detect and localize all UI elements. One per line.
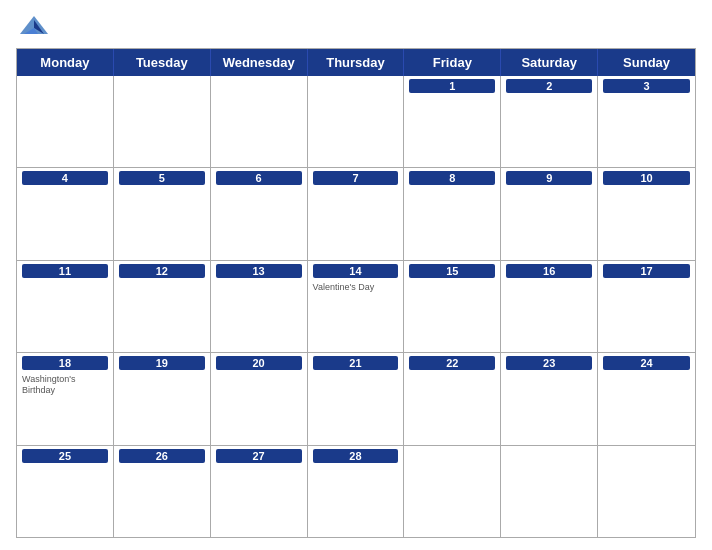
day-number: 4	[22, 171, 108, 185]
day-12: 12	[114, 261, 211, 352]
day-number: 14	[313, 264, 399, 278]
day-11: 11	[17, 261, 114, 352]
day-number: 7	[313, 171, 399, 185]
day-17: 17	[598, 261, 695, 352]
day-number: 23	[506, 356, 592, 370]
day-number: 15	[409, 264, 495, 278]
day-8: 8	[404, 168, 501, 259]
calendar-header	[16, 12, 696, 40]
day-9: 9	[501, 168, 598, 259]
day-number: 20	[216, 356, 302, 370]
day-28: 28	[308, 446, 405, 537]
day-number: 5	[119, 171, 205, 185]
day-7: 7	[308, 168, 405, 259]
day-20: 20	[211, 353, 308, 444]
day-24: 24	[598, 353, 695, 444]
day-number: 27	[216, 449, 302, 463]
weekday-header-sunday: Sunday	[598, 49, 695, 76]
day-number: 6	[216, 171, 302, 185]
day-empty-0-0	[17, 76, 114, 167]
day-number: 13	[216, 264, 302, 278]
day-number: 10	[603, 171, 690, 185]
day-event: Valentine's Day	[313, 282, 399, 293]
day-number: 22	[409, 356, 495, 370]
day-23: 23	[501, 353, 598, 444]
weekday-header-friday: Friday	[404, 49, 501, 76]
day-21: 21	[308, 353, 405, 444]
day-number: 3	[603, 79, 690, 93]
day-empty-4-6	[598, 446, 695, 537]
day-number: 28	[313, 449, 399, 463]
weekday-header-tuesday: Tuesday	[114, 49, 211, 76]
day-number: 12	[119, 264, 205, 278]
week-row-1: 45678910	[17, 167, 695, 259]
day-number: 18	[22, 356, 108, 370]
day-number: 1	[409, 79, 495, 93]
day-10: 10	[598, 168, 695, 259]
day-number: 8	[409, 171, 495, 185]
weekday-header-row: MondayTuesdayWednesdayThursdayFridaySatu…	[17, 49, 695, 76]
day-22: 22	[404, 353, 501, 444]
day-number: 25	[22, 449, 108, 463]
day-number: 24	[603, 356, 690, 370]
day-empty-0-2	[211, 76, 308, 167]
day-number: 21	[313, 356, 399, 370]
day-number: 17	[603, 264, 690, 278]
day-number: 16	[506, 264, 592, 278]
week-row-4: 25262728	[17, 445, 695, 537]
day-25: 25	[17, 446, 114, 537]
day-14: 14Valentine's Day	[308, 261, 405, 352]
day-empty-0-3	[308, 76, 405, 167]
calendar-grid: MondayTuesdayWednesdayThursdayFridaySatu…	[16, 48, 696, 538]
weekday-header-thursday: Thursday	[308, 49, 405, 76]
week-row-2: 11121314Valentine's Day151617	[17, 260, 695, 352]
day-4: 4	[17, 168, 114, 259]
calendar-page: MondayTuesdayWednesdayThursdayFridaySatu…	[0, 0, 712, 550]
day-16: 16	[501, 261, 598, 352]
day-number: 19	[119, 356, 205, 370]
day-15: 15	[404, 261, 501, 352]
logo-icon	[16, 12, 52, 40]
week-row-0: 123	[17, 76, 695, 167]
day-27: 27	[211, 446, 308, 537]
calendar-body: 1234567891011121314Valentine's Day151617…	[17, 76, 695, 537]
day-19: 19	[114, 353, 211, 444]
weekday-header-wednesday: Wednesday	[211, 49, 308, 76]
day-13: 13	[211, 261, 308, 352]
day-number: 2	[506, 79, 592, 93]
day-empty-4-4	[404, 446, 501, 537]
day-event: Washington's Birthday	[22, 374, 108, 396]
day-number: 9	[506, 171, 592, 185]
week-row-3: 18Washington's Birthday192021222324	[17, 352, 695, 444]
day-5: 5	[114, 168, 211, 259]
day-number: 26	[119, 449, 205, 463]
day-number: 11	[22, 264, 108, 278]
day-3: 3	[598, 76, 695, 167]
day-18: 18Washington's Birthday	[17, 353, 114, 444]
day-2: 2	[501, 76, 598, 167]
day-empty-4-5	[501, 446, 598, 537]
day-empty-0-1	[114, 76, 211, 167]
day-1: 1	[404, 76, 501, 167]
logo	[16, 12, 56, 40]
weekday-header-monday: Monday	[17, 49, 114, 76]
day-26: 26	[114, 446, 211, 537]
weekday-header-saturday: Saturday	[501, 49, 598, 76]
day-6: 6	[211, 168, 308, 259]
